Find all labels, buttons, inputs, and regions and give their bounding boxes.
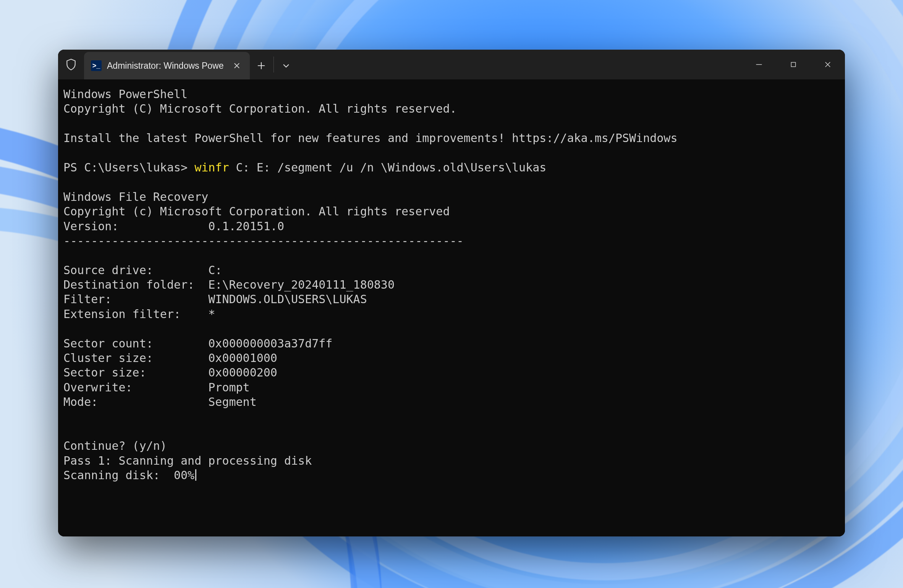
terminal-body[interactable]: Windows PowerShell Copyright (C) Microso… bbox=[58, 79, 845, 536]
tab-close-button[interactable] bbox=[231, 60, 242, 71]
winfr-title: Windows File Recovery bbox=[63, 190, 208, 204]
powershell-icon: >_ bbox=[91, 60, 102, 71]
winfr-copyright: Copyright (c) Microsoft Corporation. All… bbox=[63, 205, 450, 218]
tab-active[interactable]: >_ Administrator: Windows Powe bbox=[84, 52, 250, 79]
titlebar[interactable]: >_ Administrator: Windows Powe bbox=[58, 50, 845, 79]
maximize-button[interactable] bbox=[776, 50, 811, 79]
admin-shield-icon bbox=[58, 50, 84, 79]
command-name: winfr bbox=[194, 161, 229, 174]
tab-dropdown-button[interactable] bbox=[275, 52, 298, 79]
terminal-window: >_ Administrator: Windows Powe bbox=[58, 50, 845, 536]
new-tab-button[interactable] bbox=[250, 52, 273, 79]
continue-prompt: Continue? (y/n) bbox=[63, 439, 167, 452]
pass-status: Pass 1: Scanning and processing disk bbox=[63, 454, 312, 467]
svg-rect-0 bbox=[791, 62, 795, 66]
ps-banner-line1: Windows PowerShell bbox=[63, 87, 188, 101]
desktop-wallpaper: >_ Administrator: Windows Powe bbox=[0, 0, 903, 588]
filter: Filter: WINDOWS.OLD\USERS\LUKAS bbox=[63, 292, 367, 306]
ps-install-hint: Install the latest PowerShell for new fe… bbox=[63, 131, 677, 145]
scan-progress: Scanning disk: 00% bbox=[63, 468, 194, 482]
close-button[interactable] bbox=[811, 50, 845, 79]
titlebar-divider bbox=[273, 57, 274, 73]
terminal-output: Windows PowerShell Copyright (C) Microso… bbox=[63, 87, 840, 483]
separator-rule: ----------------------------------------… bbox=[63, 234, 464, 247]
recovery-mode: Mode: Segment bbox=[63, 395, 257, 409]
sector-count: Sector count: 0x000000003a37d7ff bbox=[63, 337, 332, 350]
winfr-version: Version: 0.1.20151.0 bbox=[63, 220, 284, 233]
cluster-size: Cluster size: 0x00001000 bbox=[63, 351, 277, 365]
tab-title: Administrator: Windows Powe bbox=[107, 61, 224, 71]
source-drive: Source drive: C: bbox=[63, 263, 222, 277]
destination-folder: Destination folder: E:\Recovery_20240111… bbox=[63, 278, 395, 291]
command-args: C: E: /segment /u /n \Windows.old\Users\… bbox=[229, 161, 546, 174]
ps-banner-line2: Copyright (C) Microsoft Corporation. All… bbox=[63, 102, 457, 115]
overwrite-mode: Overwrite: Prompt bbox=[63, 381, 250, 394]
minimize-button[interactable] bbox=[742, 50, 776, 79]
cursor bbox=[195, 469, 196, 481]
sector-size: Sector size: 0x00000200 bbox=[63, 366, 277, 379]
prompt-prefix: PS C:\Users\lukas> bbox=[63, 161, 194, 174]
extension-filter: Extension filter: * bbox=[63, 307, 215, 321]
